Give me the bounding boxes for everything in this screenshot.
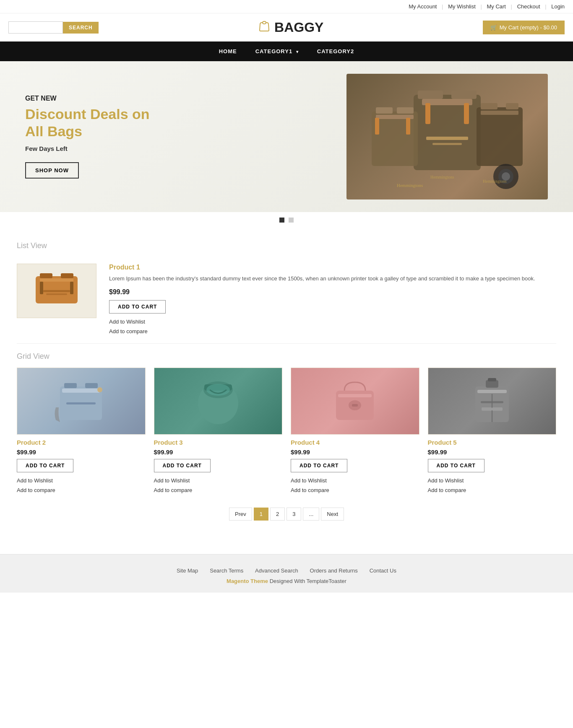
svg-rect-14 xyxy=(425,103,430,124)
svg-rect-31 xyxy=(70,282,73,294)
product1-add-to-cart[interactable]: ADD TO CART xyxy=(109,300,166,313)
product4-wishlist[interactable]: Add to Wishlist xyxy=(291,476,419,485)
shop-now-button[interactable]: SHOP NOW xyxy=(25,162,79,179)
product3-image xyxy=(154,368,283,435)
product1-price: $99.99 xyxy=(109,288,556,296)
hero-dot-2[interactable] xyxy=(289,218,294,223)
svg-rect-52 xyxy=(482,407,492,411)
footer-sitemap[interactable]: Site Map xyxy=(177,567,198,574)
pagination-page-2[interactable]: 2 xyxy=(270,508,285,521)
footer-credit-text: Designed With TemplateToaster xyxy=(268,578,346,584)
svg-rect-0 xyxy=(414,95,481,170)
product3-compare[interactable]: Add to compare xyxy=(154,485,283,495)
footer-contact-us[interactable]: Contact Us xyxy=(370,567,396,574)
svg-rect-4 xyxy=(426,137,468,140)
product2-name[interactable]: Product 2 xyxy=(17,439,146,446)
grid-item-product5: Product 5 $99.99 ADD TO CART Add to Wish… xyxy=(428,368,557,495)
footer-search-terms[interactable]: Search Terms xyxy=(210,567,243,574)
pagination: Prev 1 2 3 ... Next xyxy=(17,508,556,521)
nav-item-category1[interactable]: CATEGORY1 ▾ xyxy=(246,41,308,61)
product2-compare[interactable]: Add to compare xyxy=(17,485,146,495)
svg-rect-36 xyxy=(66,402,96,404)
pagination-next[interactable]: Next xyxy=(321,508,344,521)
checkout-link[interactable]: Checkout xyxy=(517,3,540,10)
svg-point-37 xyxy=(97,387,102,392)
product3-name[interactable]: Product 3 xyxy=(154,439,283,446)
svg-rect-43 xyxy=(338,394,372,397)
product4-links: Add to Wishlist Add to compare xyxy=(291,476,419,495)
nav-item-home[interactable]: HOME xyxy=(210,41,246,61)
product3-links: Add to Wishlist Add to compare xyxy=(154,476,283,495)
product3-add-to-cart[interactable]: ADD TO CART xyxy=(154,459,211,472)
login-link[interactable]: Login xyxy=(551,3,565,10)
my-wishlist-link[interactable]: My Wishlist xyxy=(448,3,476,10)
product1-compare[interactable]: Add to compare xyxy=(109,326,556,336)
hero-image: Hemmingtons Hemmingtons Hemmingtons xyxy=(346,74,548,199)
product2-image xyxy=(17,368,146,435)
product2-links: Add to Wishlist Add to compare xyxy=(17,476,146,495)
product1-name[interactable]: Product 1 xyxy=(109,264,556,271)
list-view-title: List View xyxy=(17,241,556,250)
chevron-down-icon: ▾ xyxy=(296,49,299,54)
svg-rect-48 xyxy=(488,378,496,381)
footer-orders-returns[interactable]: Orders and Returns xyxy=(310,567,358,574)
product2-wishlist[interactable]: Add to Wishlist xyxy=(17,476,146,485)
product5-compare[interactable]: Add to compare xyxy=(428,485,557,495)
product5-name[interactable]: Product 5 xyxy=(428,439,557,446)
svg-rect-15 xyxy=(464,103,469,124)
product2-price: $99.99 xyxy=(17,448,146,456)
product1-description: Lorem Ipsum has been the industry's stan… xyxy=(109,275,556,283)
product5-wishlist[interactable]: Add to Wishlist xyxy=(428,476,557,485)
footer-advanced-search[interactable]: Advanced Search xyxy=(255,567,298,574)
hero-subtitle: Few Days Left xyxy=(25,145,159,152)
product3-wishlist[interactable]: Add to Wishlist xyxy=(154,476,283,485)
svg-rect-53 xyxy=(492,407,503,411)
svg-rect-28 xyxy=(43,290,70,292)
pagination-prev[interactable]: Prev xyxy=(229,508,252,521)
hero-pre-title: GET NEW xyxy=(25,95,159,102)
product1-details: Product 1 Lorem Ipsum has been the indus… xyxy=(109,264,556,337)
svg-rect-34 xyxy=(85,383,98,388)
logo-text: BAGGY xyxy=(274,20,323,35)
svg-rect-10 xyxy=(477,107,523,166)
product1-wishlist[interactable]: Add to Wishlist xyxy=(109,317,556,326)
product4-compare[interactable]: Add to compare xyxy=(291,485,419,495)
product4-name[interactable]: Product 4 xyxy=(291,439,419,446)
hero-title: Discount Deals on All Bags xyxy=(25,106,159,140)
product5-links: Add to Wishlist Add to compare xyxy=(428,476,557,495)
search-input[interactable] xyxy=(8,21,63,34)
cart-icon: 🛒 xyxy=(490,24,497,31)
logo-icon xyxy=(258,19,271,36)
pagination-ellipsis: ... xyxy=(303,508,319,521)
pagination-page-1[interactable]: 1 xyxy=(254,508,268,521)
nav-item-category2[interactable]: CATEGORY2 xyxy=(308,41,363,61)
product2-add-to-cart[interactable]: ADD TO CART xyxy=(17,459,73,472)
footer-credit: Magento Theme Designed With TemplateToas… xyxy=(8,578,565,584)
svg-rect-27 xyxy=(40,278,73,282)
main-content: List View Product 1 Lorem Ipsum has been… xyxy=(0,229,573,546)
logo[interactable]: BAGGY xyxy=(258,19,323,36)
grid-view-title: Grid View xyxy=(17,352,556,361)
svg-rect-8 xyxy=(397,107,414,114)
svg-rect-26 xyxy=(61,273,73,278)
grid-item-product4: Product 4 $99.99 ADD TO CART Add to Wish… xyxy=(291,368,419,495)
product1-image xyxy=(17,264,96,318)
cart-button[interactable]: 🛒 My Cart (empty) - $0.00 xyxy=(483,21,565,34)
svg-rect-12 xyxy=(506,103,518,109)
svg-text:Hemmingtons: Hemmingtons xyxy=(430,175,454,179)
svg-rect-13 xyxy=(481,111,518,115)
svg-text:Hemmingtons: Hemmingtons xyxy=(397,183,423,188)
product5-add-to-cart[interactable]: ADD TO CART xyxy=(428,459,484,472)
pagination-page-3[interactable]: 3 xyxy=(286,508,301,521)
hero-dot-1[interactable] xyxy=(279,218,284,223)
product3-price: $99.99 xyxy=(154,448,283,456)
my-account-link[interactable]: My Account xyxy=(409,3,437,10)
hero-banner: GET NEW Discount Deals on All Bags Few D… xyxy=(0,61,573,212)
search-button[interactable]: SEARCH xyxy=(63,22,99,34)
list-view-item: Product 1 Lorem Ipsum has been the indus… xyxy=(17,257,556,344)
nav-category1-label: CATEGORY1 xyxy=(255,48,292,54)
product4-price: $99.99 xyxy=(291,448,419,456)
my-cart-link[interactable]: My Cart xyxy=(487,3,506,10)
product4-add-to-cart[interactable]: ADD TO CART xyxy=(291,459,347,472)
svg-rect-49 xyxy=(477,390,507,393)
